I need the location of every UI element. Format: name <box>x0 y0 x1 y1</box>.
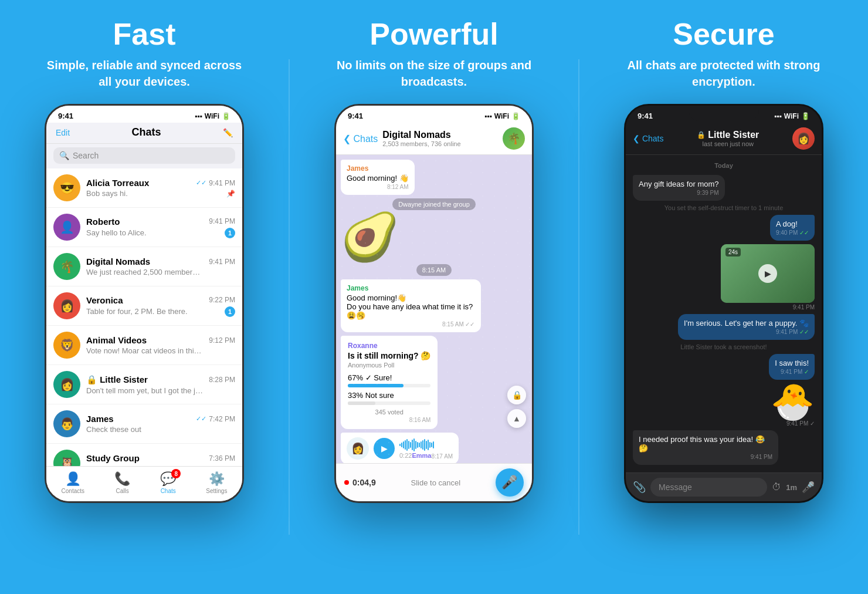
attachment-icon[interactable]: 📎 <box>633 481 646 494</box>
dark-incoming-msg: I needed proof this was your idea! 😂🤔9:4… <box>633 430 778 465</box>
system-message: Dwayne joined the group <box>392 198 476 210</box>
chat-info: Study Group7:36 PMEmma <box>86 453 235 466</box>
dark-input-bar: 📎 Message ⏱ 1m 🎤 <box>626 473 822 501</box>
search-placeholder: Search <box>73 151 99 160</box>
double-check-icon: ✓✓ <box>799 329 809 335</box>
emoji-sticker: 🐣9:41 PM ✓ <box>771 384 815 427</box>
tab-icon-contacts: 👤 <box>65 471 81 487</box>
play-button[interactable]: ▶ <box>374 438 395 459</box>
wave-bar <box>428 440 429 450</box>
unread-badge: 1 <box>225 228 235 238</box>
slide-cancel: Slide to cancel <box>411 478 461 487</box>
chat-item[interactable]: 👩Veronica9:22 PMTable for four, 2 PM. Be… <box>46 286 242 326</box>
wave-bar <box>429 442 430 448</box>
poll-time: 8:16 AM <box>348 417 430 423</box>
scroll-up-button[interactable]: ▲ <box>507 409 526 428</box>
poll-question: Is it still morning? 🤔 <box>348 351 430 360</box>
msg-text: Good morning! 👋 <box>347 174 409 183</box>
panel1-title: Fast <box>113 18 176 51</box>
dark-msg-text: I'm serious. Let's get her a puppy. 🐾 <box>684 319 809 328</box>
rec-dot <box>344 480 349 485</box>
phone1-status-icons: ▪▪▪ WiFi 🔋 <box>195 112 230 120</box>
wave-bar <box>421 441 422 448</box>
chat-item[interactable]: 👤Roberto9:41 PMSay hello to Alice.1 <box>46 208 242 247</box>
chat-item[interactable]: 👨James✓✓ 7:42 PMCheck these out <box>46 404 242 444</box>
panel3-title: Secure <box>673 18 774 51</box>
recording-bar: 0:04,9 Slide to cancel 🎤 <box>336 463 532 501</box>
voice-sender: Emma <box>412 452 431 459</box>
tab-item-contacts[interactable]: 👤Contacts <box>62 471 84 494</box>
wave-bar <box>433 441 434 448</box>
phone2-frame: 9:41 ▪▪▪ WiFi 🔋 ❮ Chats Digital Nomads 2… <box>334 104 534 503</box>
tab-label: Calls <box>116 488 128 494</box>
signal-icon3: ▪▪▪ <box>774 112 782 120</box>
dark-outgoing-msg: A dog!9:40 PM ✓✓ <box>770 215 815 241</box>
dark-sub-system-msg: You set the self-destruct timer to 1 min… <box>664 204 784 211</box>
phone3-frame: 9:41 ▪▪▪ WiFi 🔋 ❮ Chats 🔒 Little Sister … <box>624 104 823 503</box>
wave-bar <box>406 439 408 451</box>
chats-title: Chats <box>132 126 161 139</box>
phone1-frame: 9:41 ▪▪▪ WiFi 🔋 Edit Chats ✏️ 🔍 Search <box>45 104 244 503</box>
tab-item-calls[interactable]: 📞Calls <box>114 471 130 494</box>
group-avatar: 🌴 <box>503 127 525 150</box>
phone2-notch <box>399 106 469 121</box>
phone1-time: 9:41 <box>58 112 73 120</box>
dark-msg-text: Any gift ideas for mom? <box>639 180 719 188</box>
chat-msg: Bob says hi. <box>86 189 128 198</box>
voice-avatar: 👩 <box>347 437 369 460</box>
wave-bar <box>408 441 409 449</box>
search-input[interactable]: 🔍 Search <box>53 147 235 164</box>
dark-msg-text: I needed proof this was your idea! 😂🤔 <box>639 435 772 453</box>
msg-text: Good morning!👋Do you have any idea what … <box>347 293 475 320</box>
wave-bar <box>415 441 416 449</box>
panel1-subtitle: Simple, reliable and synced across all y… <box>45 57 244 90</box>
wave-bar <box>419 443 420 447</box>
chat-msg: Don't tell mom yet, but I got the job! I… <box>86 386 204 395</box>
chat-item[interactable]: 🌴Digital Nomads9:41 PMWe just reached 2,… <box>46 247 242 286</box>
chat-item[interactable]: 😎Alicia Torreaux✓✓ 9:41 PMBob says hi.📌 <box>46 168 242 208</box>
message-input[interactable]: Message <box>650 478 767 497</box>
compose-button[interactable]: ✏️ <box>223 128 233 137</box>
dark-msg-text: A dog! <box>776 220 809 228</box>
poll-bubble: Roxanne Is it still morning? 🤔 Anonymous… <box>341 336 438 429</box>
lock-button[interactable]: 🔒 <box>507 386 526 404</box>
mic-icon-dark[interactable]: 🎤 <box>802 481 815 494</box>
chat-name: James <box>86 414 114 424</box>
chat-time: 9:41 PM <box>209 217 235 225</box>
message-bubble: JamesGood morning! 👋8:12 AM <box>341 160 415 195</box>
dark-msg-time: 9:40 PM ✓✓ <box>776 230 809 236</box>
check-icon: ✓ <box>804 369 809 375</box>
edit-button[interactable]: Edit <box>56 128 70 137</box>
wave-bar <box>426 441 427 449</box>
group-info: Digital Nomads 2,503 members, 736 online <box>382 130 498 147</box>
dark-back-button[interactable]: ❮ Chats <box>633 134 663 143</box>
chat-item[interactable]: 🦉Study Group7:36 PMEmma <box>46 444 242 466</box>
dark-contact-info: 🔒 Little Sister last seen just now <box>668 130 788 147</box>
phone2-time: 9:41 <box>348 112 363 120</box>
poll-option: 33% Not sure <box>348 391 430 405</box>
signal-icon2: ▪▪▪ <box>484 112 492 120</box>
chat-item[interactable]: 🦁Animal Videos9:12 PMVote now! Moar cat … <box>46 326 242 365</box>
dark-msg-time: 9:41 PM <box>639 454 772 460</box>
wave-bar <box>424 439 425 451</box>
check-mark: ✓✓ <box>196 179 206 187</box>
back-button[interactable]: ❮ Chats <box>343 133 378 144</box>
wifi-icon2: WiFi <box>494 112 509 120</box>
video-play-button[interactable]: ▶ <box>758 264 777 283</box>
tab-item-settings[interactable]: ⚙️Settings <box>206 471 227 494</box>
chat-item[interactable]: 👩🔒 Little Sister8:28 PMDon't tell mom ye… <box>46 365 242 404</box>
phone3-status-icons: ▪▪▪ WiFi 🔋 <box>774 112 810 120</box>
chat-msg: We just reached 2,500 members! WOO! <box>86 268 204 276</box>
chat-info: Veronica9:22 PMTable for four, 2 PM. Be … <box>86 295 235 317</box>
tab-item-chats[interactable]: 💬8Chats <box>160 471 176 494</box>
battery-icon3: 🔋 <box>801 112 810 120</box>
mic-button[interactable]: 🎤 <box>496 468 524 497</box>
search-bar: 🔍 Search <box>46 144 242 168</box>
chat-list: 😎Alicia Torreaux✓✓ 9:41 PMBob says hi.📌👤… <box>46 168 242 466</box>
rec-time: 0:04,9 <box>352 478 376 487</box>
video-timer: 24s <box>725 248 741 256</box>
phone1-notch <box>109 106 179 121</box>
check-mark: ✓✓ <box>196 415 206 423</box>
msg-sender: James <box>347 284 475 292</box>
dark-header: ❮ Chats 🔒 Little Sister last seen just n… <box>626 123 822 155</box>
